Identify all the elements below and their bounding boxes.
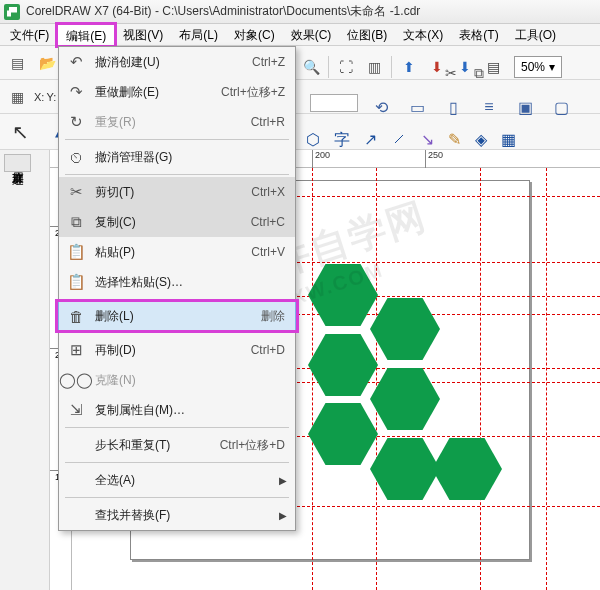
separator	[391, 56, 392, 78]
separator	[328, 56, 329, 78]
menu-item-icon: ◯◯	[59, 371, 93, 389]
menu-item-label: 重复(R)	[93, 114, 251, 131]
menu-item-icon: 🗑	[59, 308, 93, 325]
titlebar: CorelDRAW X7 (64-Bit) - C:\Users\Adminis…	[0, 0, 600, 24]
menu-item-icon: ↶	[59, 53, 93, 71]
new-icon[interactable]: ▤	[6, 52, 28, 74]
center-toolbar: 🔍 ⛶ ▥ ⬆ ⬇ ⬇ ▤ 50%▾	[300, 56, 562, 78]
zoom-level[interactable]: 50%▾	[514, 56, 562, 78]
menu-item-label: 查找并替换(F)	[93, 507, 279, 524]
diamond-icon[interactable]: ◈	[475, 130, 487, 151]
menu-6[interactable]: 位图(B)	[339, 24, 395, 45]
menu-item-label: 克隆(N)	[93, 372, 295, 389]
menu-item[interactable]: 全选(A)▶	[59, 465, 295, 495]
menu-item-accel: 删除	[261, 308, 295, 325]
menu-8[interactable]: 表格(T)	[451, 24, 506, 45]
menu-item-label: 重做删除(E)	[93, 84, 221, 101]
menu-item-icon: 📋	[59, 273, 93, 291]
menu-5[interactable]: 效果(C)	[283, 24, 340, 45]
brush-icon[interactable]: ✎	[448, 130, 461, 151]
menu-1[interactable]: 编辑(E)	[57, 24, 115, 45]
menu-2[interactable]: 视图(V)	[115, 24, 171, 45]
front-icon[interactable]: ▣	[512, 94, 538, 120]
width-input[interactable]	[310, 94, 358, 112]
export-red-icon[interactable]: ⬇	[426, 56, 448, 78]
menu-item-label: 撤消管理器(G)	[93, 149, 295, 166]
menu-item[interactable]: 📋粘贴(P)Ctrl+V	[59, 237, 295, 267]
line-icon[interactable]: ↘	[421, 130, 434, 151]
x-label: X:	[34, 91, 44, 103]
menu-item-icon: ↻	[59, 113, 93, 131]
guide-line[interactable]	[312, 168, 313, 590]
menu-item[interactable]: 🗑删除(L)删除	[58, 301, 296, 331]
publish-icon[interactable]: ⬆	[398, 56, 420, 78]
menu-separator	[65, 462, 289, 463]
menu-item[interactable]: ↷重做删除(E)Ctrl+位移+Z	[59, 77, 295, 107]
menu-item-accel: Ctrl+C	[251, 215, 295, 229]
pdf-icon[interactable]: ▤	[482, 56, 504, 78]
menu-item-label: 再制(D)	[93, 342, 251, 359]
menu-item[interactable]: 步长和重复(T)Ctrl+位移+D	[59, 430, 295, 460]
lock-icon[interactable]: ⟲	[368, 94, 394, 120]
guide-line[interactable]	[546, 168, 547, 590]
menu-item[interactable]: ✂剪切(T)Ctrl+X	[59, 177, 295, 207]
menu-4[interactable]: 对象(C)	[226, 24, 283, 45]
menu-item-label: 删除(L)	[93, 308, 261, 325]
menu-separator	[65, 427, 289, 428]
grid-icon[interactable]: ▦	[6, 86, 28, 108]
guide-line[interactable]	[480, 168, 481, 590]
arrow-tool-icon[interactable]: ↖	[6, 118, 34, 146]
units-icon[interactable]: ▭	[404, 94, 430, 120]
menu-item-label: 全选(A)	[93, 472, 279, 489]
menu-item-accel: Ctrl+位移+D	[220, 437, 295, 454]
menu-separator	[65, 299, 289, 300]
align-icon[interactable]: ≡	[476, 94, 502, 120]
menu-item-label: 复制(C)	[93, 214, 251, 231]
menu-item-icon: ⏲	[59, 149, 93, 166]
menu-item-icon: ↷	[59, 83, 93, 101]
menu-item-accel: Ctrl+D	[251, 343, 295, 357]
menu-item-label: 粘贴(P)	[93, 244, 251, 261]
prop-icons: ⟲ ▭ ▯ ≡ ▣ ▢	[310, 94, 574, 120]
layers-icon[interactable]: ▥	[363, 56, 385, 78]
menu-item-icon: ⧉	[59, 213, 93, 231]
menu-7[interactable]: 文本(X)	[395, 24, 451, 45]
menu-item[interactable]: ⊞再制(D)Ctrl+D	[59, 335, 295, 365]
connector-icon[interactable]: ↗	[364, 130, 377, 151]
window-title: CorelDRAW X7 (64-Bit) - C:\Users\Adminis…	[26, 3, 420, 20]
menu-item-accel: Ctrl+V	[251, 245, 295, 259]
search-icon[interactable]: 🔍	[300, 56, 322, 78]
hexagon-icon[interactable]: ⬡	[306, 130, 320, 151]
fullscreen-icon[interactable]: ⛶	[335, 56, 357, 78]
dimension-icon[interactable]: ⟋	[391, 130, 407, 151]
menu-item-icon: ⇲	[59, 401, 93, 419]
menu-9[interactable]: 工具(O)	[507, 24, 564, 45]
menu-0[interactable]: 文件(F)	[2, 24, 57, 45]
menu-3[interactable]: 布局(L)	[171, 24, 226, 45]
menu-separator	[65, 139, 289, 140]
menu-item-accel: Ctrl+X	[251, 185, 295, 199]
menu-item[interactable]: ⧉复制(C)Ctrl+C	[59, 207, 295, 237]
menu-item[interactable]: 查找并替换(F)▶	[59, 500, 295, 530]
back-icon[interactable]: ▢	[548, 94, 574, 120]
chevron-down-icon: ▾	[549, 60, 555, 74]
guide-line[interactable]	[376, 168, 377, 590]
welcome-tab[interactable]: 欢迎屏幕	[4, 154, 31, 172]
menu-item[interactable]: ⏲撤消管理器(G)	[59, 142, 295, 172]
menu-item-accel: Ctrl+位移+Z	[221, 84, 295, 101]
menu-item[interactable]: ↶撤消创建(U)Ctrl+Z	[59, 47, 295, 77]
menu-item-label: 步长和重复(T)	[93, 437, 220, 454]
y-label: Y:	[46, 91, 56, 103]
group-icon[interactable]: ▦	[501, 130, 516, 151]
menu-item[interactable]: ⇲复制属性自(M)…	[59, 395, 295, 425]
ruler-tick: 250	[425, 150, 443, 168]
menu-item[interactable]: 📋选择性粘贴(S)…	[59, 267, 295, 297]
submenu-arrow-icon: ▶	[279, 475, 295, 486]
import-icon[interactable]: ⬇	[454, 56, 476, 78]
shape-icons-row: ⬡ 字 ↗ ⟋ ↘ ✎ ◈ ▦	[306, 130, 516, 151]
orient-icon[interactable]: ▯	[440, 94, 466, 120]
text-icon[interactable]: 字	[334, 130, 350, 151]
menu-separator	[65, 332, 289, 333]
menu-item-accel: Ctrl+R	[251, 115, 295, 129]
open-icon[interactable]: 📂	[36, 52, 58, 74]
